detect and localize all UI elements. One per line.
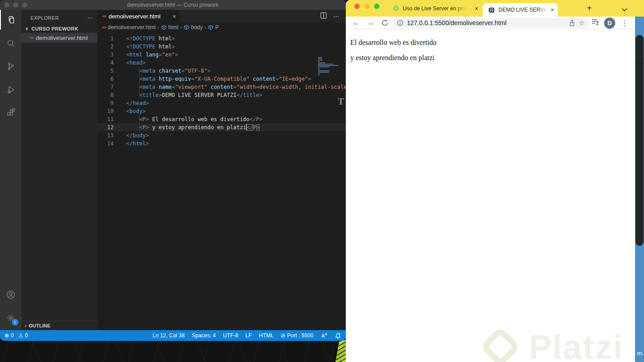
indent-guide	[139, 115, 140, 131]
minimap[interactable]	[317, 57, 343, 76]
feedback-icon[interactable]	[321, 332, 327, 339]
indentation-status[interactable]: Spaces: 4	[192, 332, 216, 339]
code-line[interactable]: 12 <P> y estoy aprendiendo en platzi</P>	[97, 123, 346, 131]
platzi-favicon	[393, 5, 399, 12]
code-line[interactable]: 10<body>	[97, 107, 346, 115]
watermark-edge-text: m.	[637, 350, 644, 357]
back-button[interactable]: ←	[351, 17, 362, 28]
outline-section[interactable]: › OUTLINE	[22, 321, 97, 330]
code-line[interactable]: 2<!DOCTYPE html>	[97, 43, 346, 51]
folder-curso-prework[interactable]: ∨ CURSO PREWORK	[22, 25, 97, 33]
line-text: </body>	[126, 131, 149, 140]
forward-button[interactable]: →	[365, 17, 376, 28]
eol-status[interactable]: LF	[246, 332, 252, 339]
scrollbar-track[interactable]: m.	[635, 17, 644, 362]
cursor-position-status[interactable]: Ln 12, Col 38	[153, 332, 185, 339]
breadcrumb-item-file[interactable]: <> demoliveserver.html	[102, 24, 156, 31]
code-line[interactable]: 6 <meta http-equiv="X-UA-Compatible" con…	[97, 75, 346, 83]
bookmark-star-icon[interactable]: ☆	[579, 19, 585, 27]
minimap-line	[318, 61, 320, 62]
language-mode-status[interactable]: HTML	[259, 332, 274, 339]
profile-avatar[interactable]: D	[604, 17, 615, 29]
scrollbar-seam	[635, 56, 644, 57]
problems-status[interactable]: ⊗ 0 ⚠ 0	[4, 332, 28, 339]
code-editor[interactable]: 1<!DOCTYPE html>2<!DOCTYPE html>3<html l…	[97, 32, 346, 330]
new-tab-button[interactable]: +	[583, 2, 595, 14]
tab-demoliveserver[interactable]: <> demoliveserver.html ×	[97, 10, 180, 22]
breadcrumb-item-p[interactable]: P	[208, 24, 219, 31]
reload-button[interactable]	[379, 17, 390, 28]
vscode-window: demoliveserver.html — Curso prework 1 EX…	[0, 0, 346, 341]
notifications-bell-icon[interactable]	[335, 332, 341, 339]
fullscreen-window-button[interactable]	[374, 4, 379, 9]
error-icon: ⊗	[4, 332, 9, 339]
minimap-line	[318, 65, 339, 66]
code-line[interactable]: 13</body>	[97, 131, 346, 140]
live-server-port-status[interactable]: ⊘ Port : 5500	[281, 332, 313, 339]
minimap-line	[318, 69, 320, 70]
address-bar[interactable]: 127.0.0.1:5500/demoliveserver.html ☆	[393, 18, 589, 28]
explorer-actions-icon[interactable]: ⋯	[87, 14, 93, 21]
minimap-line	[318, 57, 322, 58]
breadcrumb-item-html[interactable]: html	[161, 24, 179, 31]
maximize-window-button[interactable]	[22, 2, 27, 8]
tab-uso-de-live-server[interactable]: Uso de Live Server en proy ×	[386, 0, 483, 17]
close-tab-icon[interactable]: ×	[475, 5, 478, 12]
minimap-line	[318, 64, 334, 65]
explorer-icon[interactable]	[0, 10, 22, 30]
close-window-button[interactable]	[4, 2, 9, 8]
code-line[interactable]: 1<!DOCTYPE html>	[97, 35, 346, 43]
minimap-line	[318, 74, 320, 75]
search-icon[interactable]	[0, 33, 22, 53]
code-line[interactable]: 9</head>	[97, 99, 346, 107]
line-number: 11	[97, 115, 114, 123]
page-paragraph: y estoy aprendiendo en platzi	[350, 54, 631, 62]
accounts-icon[interactable]	[0, 285, 22, 305]
code-line[interactable]: 14</html>	[97, 140, 346, 148]
close-tab-icon[interactable]: ×	[551, 6, 554, 13]
split-editor-icon[interactable]	[320, 12, 327, 21]
url-text[interactable]: 127.0.0.1:5500/demoliveserver.html	[407, 19, 565, 26]
symbol-element-icon	[161, 25, 167, 30]
media-controls-icon[interactable]	[591, 18, 600, 28]
chrome-tab-strip: Uso de Live Server en proy × DEMO LIVE S…	[346, 0, 644, 17]
breadcrumb-item-body[interactable]: body	[184, 24, 203, 31]
line-text: </head>	[126, 99, 149, 107]
code-line[interactable]: 5 <meta charset="UTF-8">	[97, 67, 346, 75]
extensions-icon[interactable]	[0, 103, 22, 123]
html-file-icon: <>	[102, 25, 106, 30]
minimize-window-button[interactable]	[364, 4, 370, 9]
share-icon[interactable]	[569, 20, 575, 26]
chrome-menu-icon[interactable]: ⋮	[619, 19, 630, 27]
platzi-watermark: Platzi	[479, 325, 624, 362]
line-number: 12	[97, 123, 114, 131]
file-item-demoliveserver[interactable]: <> demoliveserver.html	[22, 33, 97, 43]
settings-gear-icon[interactable]: 1	[0, 308, 22, 328]
tab-list-chevron-icon[interactable]	[622, 5, 627, 13]
scrollbar-thumb[interactable]	[635, 35, 644, 246]
globe-favicon	[488, 7, 495, 13]
site-info-icon[interactable]	[397, 20, 403, 26]
minimize-window-button[interactable]	[13, 2, 18, 8]
encoding-status[interactable]: UTF-8	[223, 332, 238, 339]
line-text: <html lang="en">	[126, 51, 178, 59]
tab-demo-live-server[interactable]: DEMO LIVE SERVER PLATZ ×	[483, 3, 558, 17]
platzi-watermark-text: Platzi	[529, 327, 624, 362]
close-window-button[interactable]	[354, 4, 360, 9]
line-text: <title>DEMO LIVE SERVER PLATZI</title>	[126, 91, 262, 99]
line-text: <meta http-equiv="X-UA-Compatible" conte…	[126, 75, 311, 83]
line-text: <!DOCTYPE html>	[126, 43, 175, 51]
source-control-icon[interactable]	[0, 57, 22, 76]
close-tab-icon[interactable]: ×	[172, 13, 176, 20]
code-line[interactable]: 3<html lang="en">	[97, 51, 346, 59]
code-line[interactable]: 11 <P> El desarrollo web es divertido</P…	[97, 115, 346, 123]
window-controls	[4, 2, 27, 8]
page-paragraph: El desarrollo web es divertido	[350, 39, 631, 47]
run-debug-icon[interactable]	[0, 80, 22, 100]
chrome-window: Uso de Live Server en proy × DEMO LIVE S…	[346, 0, 644, 362]
code-line[interactable]: 4<head>	[97, 59, 346, 67]
editor-more-actions-icon[interactable]: ⋯	[333, 13, 340, 20]
code-line[interactable]: 7 <meta name="viewport" content="width=d…	[97, 83, 346, 91]
minimap-line	[318, 70, 330, 71]
code-line[interactable]: 8 <title>DEMO LIVE SERVER PLATZI</title>	[97, 91, 346, 99]
